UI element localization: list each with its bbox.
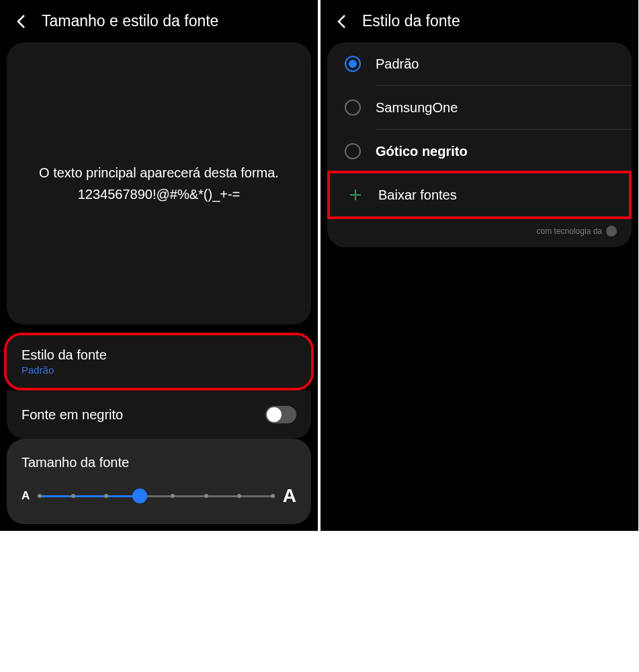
preview-line-1: O texto principal aparecerá desta forma. <box>39 162 279 183</box>
screen-font-style: Estilo da fonte Padrão SamsungOne Gótico… <box>321 0 638 531</box>
font-option-samsungone[interactable]: SamsungOne <box>327 86 632 129</box>
screen-font-size-style: Tamanho e estilo da fonte O texto princi… <box>0 0 318 531</box>
download-fonts-label: Baixar fontes <box>378 187 457 203</box>
font-style-row[interactable]: Estilo da fonte Padrão <box>7 335 311 388</box>
bold-font-label: Fonte em negrito <box>22 407 123 423</box>
plus-icon <box>347 187 364 203</box>
font-preview-card: O texto principal aparecerá desta forma.… <box>7 42 311 325</box>
attribution-badge-icon <box>606 226 617 237</box>
back-icon[interactable] <box>334 14 349 29</box>
font-option-label: Gótico negrito <box>376 144 468 159</box>
footer-text: com tecnologia da <box>537 226 602 236</box>
font-options-card: Padrão SamsungOne Gótico negrito Baixar … <box>327 42 632 247</box>
radio-icon[interactable] <box>345 56 361 72</box>
bold-font-toggle[interactable] <box>265 406 296 423</box>
radio-icon[interactable] <box>345 99 361 116</box>
header-right: Estilo da fonte <box>321 0 638 42</box>
font-style-row-highlight: Estilo da fonte Padrão <box>4 333 314 390</box>
font-size-slider[interactable] <box>38 495 274 497</box>
download-fonts-row[interactable]: Baixar fontes <box>330 173 629 216</box>
font-option-padrao[interactable]: Padrão <box>327 42 632 85</box>
slider-thumb[interactable] <box>132 489 147 503</box>
font-size-max-glyph: A <box>283 485 296 507</box>
font-style-value: Padrão <box>22 364 107 376</box>
back-icon[interactable] <box>13 14 28 29</box>
bold-font-row[interactable]: Fonte em negrito <box>7 390 311 439</box>
page-title-right: Estilo da fonte <box>362 12 460 30</box>
font-option-label: SamsungOne <box>376 100 458 116</box>
preview-line-2: 1234567890!@#%&*()_+-= <box>78 183 241 205</box>
font-style-label: Estilo da fonte <box>22 347 107 363</box>
footer-attribution: com tecnologia da <box>327 219 632 247</box>
font-size-card: Tamanho da fonte A A <box>7 439 311 524</box>
font-option-label: Padrão <box>376 56 419 72</box>
font-size-min-glyph: A <box>22 489 30 503</box>
header-left: Tamanho e estilo da fonte <box>0 0 318 42</box>
page-title-left: Tamanho e estilo da fonte <box>42 12 218 30</box>
font-size-label: Tamanho da fonte <box>22 455 296 470</box>
font-option-gotico[interactable]: Gótico negrito <box>327 130 632 173</box>
radio-icon[interactable] <box>345 143 361 159</box>
